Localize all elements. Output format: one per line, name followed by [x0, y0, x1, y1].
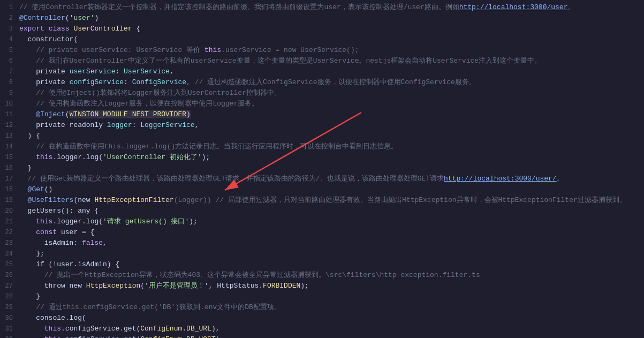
line-number: 15: [0, 153, 19, 163]
code-line: 24 };: [0, 249, 644, 259]
token: @Inject: [19, 110, 65, 118]
token: private: [19, 67, 70, 76]
token: (Logger)) // 局部使用过滤器，只对当前路由处理器有效。当路由抛出Ht…: [174, 196, 626, 204]
token: ConfigEnum: [140, 335, 182, 338]
line-content: if (!user.isAdmin) {: [19, 259, 640, 269]
token: http://localhost:3000/user: [459, 3, 568, 11]
token: user = {: [61, 228, 94, 236]
line-number: 3: [0, 24, 19, 34]
token: ): [94, 14, 99, 22]
line-number: 16: [0, 163, 19, 174]
token: configService: [70, 78, 124, 86]
token: ) {: [19, 132, 40, 140]
code-line: 27 throw new HttpException('用户不是管理员！', H…: [0, 281, 644, 291]
token: // 我们在UserController中定义了一个私有的userService…: [19, 57, 541, 65]
line-content: isAdmin: false,: [19, 238, 640, 248]
line-number: 29: [0, 303, 19, 313]
line-number: 26: [0, 271, 19, 281]
token: (: [65, 14, 70, 22]
code-line: 5 // private userService: UserService 等价…: [0, 45, 644, 56]
code-line: 13 ) {: [0, 131, 644, 141]
code-line: 18 @Get(): [0, 184, 644, 195]
token: constructor(: [19, 35, 78, 43]
token: .logger.log(: [52, 217, 103, 226]
token: DB_URL: [186, 325, 211, 333]
line-number: 18: [0, 185, 19, 195]
token: );: [300, 282, 309, 290]
token: 'user': [70, 14, 95, 22]
line-content: // 使用构造函数注入Logger服务，以便在控制器中使用Logger服务。: [19, 99, 640, 109]
token: ConfigEnum: [140, 325, 182, 333]
line-content: // 我们在UserController中定义了一个私有的userService…: [19, 56, 640, 66]
token: [19, 325, 44, 333]
token: // 使用@Inject()装饰器将Logger服务注入到UserControl…: [19, 89, 281, 97]
token: .configService.get(: [61, 325, 140, 333]
token: WINSTON_MODULE_NEST_PROVIDER: [70, 110, 186, 118]
line-content: ) {: [19, 131, 640, 141]
line-number: 10: [0, 99, 19, 109]
token: private readonly: [19, 121, 107, 129]
line-content: this.logger.log('请求 getUsers() 接口');: [19, 216, 640, 227]
token: // private userService: UserService 等价: [19, 46, 204, 54]
line-number: 23: [0, 238, 19, 249]
code-line: 9 // 使用@Inject()装饰器将Logger服务注入到UserContr…: [0, 88, 644, 99]
code-line: 22 const user = {: [0, 227, 644, 238]
token: // 在构造函数中使用this.logger.log()方法记录日志。当我们运行…: [19, 142, 398, 151]
code-line: 4 constructor(: [0, 34, 644, 45]
token: this: [36, 153, 52, 161]
code-line: 12 private readonly logger: LoggerServic…: [0, 120, 644, 131]
code-line: 2@Controller('user'): [0, 13, 644, 24]
token: this: [204, 46, 221, 54]
line-number: 25: [0, 260, 19, 270]
token: .logger.log(: [52, 153, 103, 161]
line-content: // 使用Get装饰器定义一个路由处理器，该路由处理器处理GET请求，并指定该路…: [19, 174, 640, 184]
token: }: [19, 164, 32, 172]
code-line: 15 this.logger.log('UserController 初始化了'…: [0, 152, 644, 163]
token: [44, 25, 49, 33]
token: HttpExceptionFilter: [94, 196, 173, 204]
line-number: 27: [0, 281, 19, 291]
code-line: 30 console.log(: [0, 313, 644, 324]
token: (): [44, 185, 53, 193]
line-number: 19: [0, 196, 19, 206]
token: LoggerService: [140, 121, 194, 129]
line-content: console.log(: [19, 313, 640, 323]
line-content: constructor(: [19, 34, 640, 44]
line-number: 20: [0, 206, 19, 216]
token: ): [186, 110, 191, 118]
token: (: [65, 110, 70, 118]
token: throw new: [19, 282, 86, 290]
line-number: 13: [0, 131, 19, 141]
code-line: 8 private configService: ConfigService, …: [0, 77, 644, 88]
line-number: 8: [0, 78, 19, 88]
token: // 抛出一个HttpException异常，状态码为403。这个异常会被全局异…: [19, 271, 480, 279]
code-line: 20 getUsers(): any {: [0, 206, 644, 216]
token: @UseFilters: [19, 196, 73, 204]
token: ),: [211, 325, 220, 333]
line-number: 22: [0, 228, 19, 238]
token: {: [132, 25, 141, 33]
line-number: 14: [0, 142, 19, 152]
code-line: 26 // 抛出一个HttpException异常，状态码为403。这个异常会被…: [0, 270, 644, 281]
token: // 通过this.configService.get('DB')获取到.env…: [19, 303, 281, 311]
token: .userService = new UserService();: [221, 46, 359, 54]
token: '用户不是管理员！': [145, 282, 209, 290]
line-content: @Get(): [19, 184, 640, 194]
token: 。: [557, 175, 564, 183]
token: ConfigService: [132, 78, 186, 86]
line-content: this.configService.get(ConfigEnum.DB_HOS…: [19, 334, 640, 338]
code-line: 10 // 使用构造函数注入Logger服务，以便在控制器中使用Logger服务…: [0, 99, 644, 109]
token: :: [132, 121, 141, 129]
code-line: 14 // 在构造函数中使用this.logger.log()方法记录日志。当我…: [0, 141, 644, 152]
token: this: [36, 217, 52, 226]
line-content: private userService: UserService,: [19, 66, 640, 77]
token: (: [140, 282, 145, 290]
line-content: this.logger.log('UserController 初始化了');: [19, 152, 640, 162]
token: [19, 335, 44, 338]
line-content: };: [19, 249, 640, 259]
token: // 使用Get装饰器定义一个路由处理器，该路由处理器处理GET请求，并指定该路…: [19, 175, 444, 183]
line-number: 12: [0, 121, 19, 131]
code-line: 6 // 我们在UserController中定义了一个私有的userServi…: [0, 56, 644, 66]
token: class: [49, 25, 70, 33]
token: getUsers(): any {: [19, 207, 99, 215]
